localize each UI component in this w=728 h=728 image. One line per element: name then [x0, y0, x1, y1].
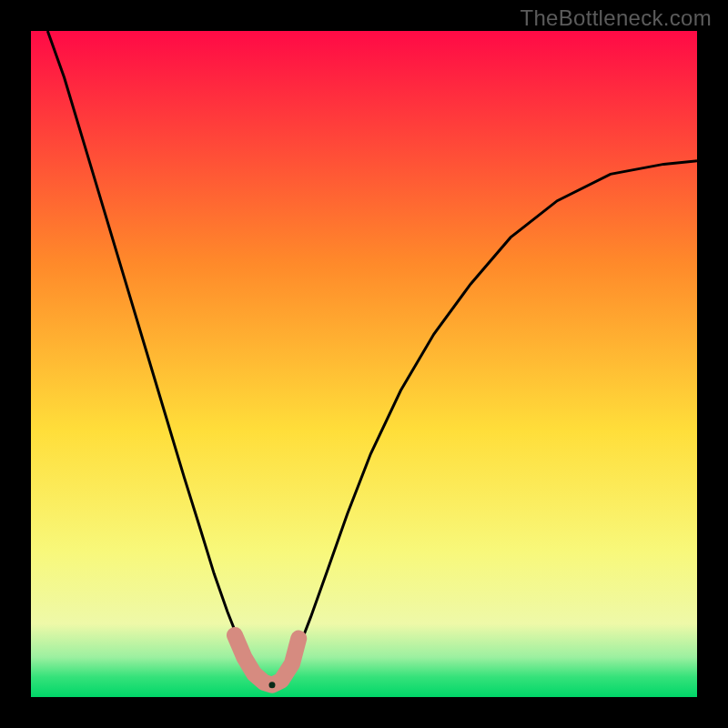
chart-background: [31, 31, 697, 697]
chart-frame: TheBottleneck.com: [0, 0, 728, 728]
bottleneck-chart: [31, 31, 697, 697]
watermark-text: TheBottleneck.com: [520, 5, 712, 31]
valley-min-dot: [268, 682, 275, 688]
